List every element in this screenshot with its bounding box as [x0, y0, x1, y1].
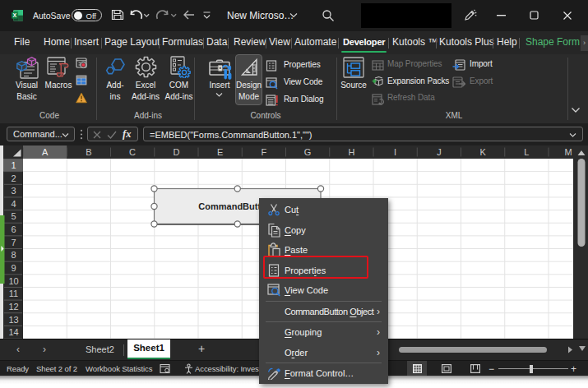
- svg-text:12: 12: [8, 302, 18, 312]
- svg-text:8: 8: [11, 250, 16, 260]
- svg-text:4: 4: [11, 199, 16, 209]
- svg-text:G: G: [304, 147, 312, 157]
- svg-text:3: 3: [11, 186, 16, 196]
- svg-text:13: 13: [8, 315, 18, 325]
- svg-text:H: H: [348, 147, 354, 157]
- svg-text:5: 5: [11, 211, 16, 221]
- svg-text:11: 11: [9, 289, 18, 298]
- svg-text:D: D: [173, 147, 179, 157]
- svg-text:I: I: [394, 147, 396, 157]
- svg-text:2: 2: [11, 173, 16, 183]
- svg-text:6: 6: [11, 224, 16, 234]
- svg-text:X: X: [13, 12, 17, 18]
- svg-text:K: K: [479, 147, 486, 157]
- svg-text:F: F: [262, 147, 267, 157]
- svg-text:7: 7: [11, 238, 16, 247]
- svg-text:9: 9: [11, 263, 16, 273]
- svg-text:A: A: [42, 147, 49, 157]
- svg-text:C: C: [129, 147, 136, 157]
- svg-text:B: B: [86, 147, 91, 157]
- svg-text:14: 14: [8, 327, 18, 337]
- svg-text:L: L: [524, 147, 529, 157]
- svg-text:M: M: [564, 147, 572, 157]
- svg-text:J: J: [437, 147, 442, 157]
- svg-text:10: 10: [8, 276, 18, 286]
- svg-text:E: E: [217, 147, 223, 157]
- svg-text:1: 1: [11, 160, 16, 170]
